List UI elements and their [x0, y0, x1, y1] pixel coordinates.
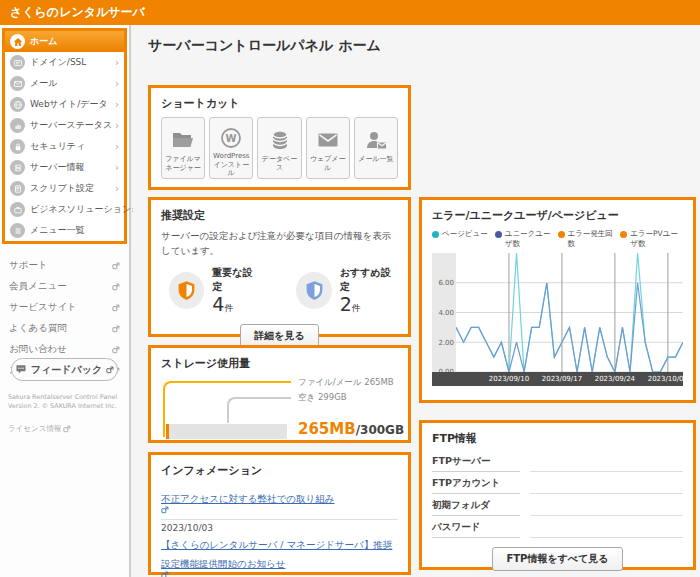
- license-link[interactable]: ライセンス情報: [8, 424, 71, 434]
- sidebar-item-home[interactable]: ホーム: [5, 31, 124, 52]
- chevron-right-icon: ›: [115, 58, 119, 68]
- sidebar-item-domain-ssl[interactable]: ドメイン/SSL ›: [5, 52, 124, 73]
- sidebar: ホーム ドメイン/SSL › メール › Webサイト/: [0, 25, 131, 577]
- recommended-title: 推奨設定: [161, 208, 398, 223]
- sidebar-item-script-settings[interactable]: スクリプト設定 ›: [5, 178, 124, 199]
- information-panel: インフォメーション 不正アクセスに対する弊社での取り組み 2023/10/03 …: [148, 452, 411, 575]
- control-panel-app: さくらのレンタルサーバ ホーム ドメイン/SSL › メ: [0, 0, 700, 577]
- sidebar-menu: ホーム ドメイン/SSL › メール › Webサイト/: [2, 28, 127, 244]
- link-service-site[interactable]: サービスサイト: [0, 297, 129, 318]
- news-link[interactable]: 不正アクセスに対する弊社での取り組み: [161, 493, 398, 514]
- envelope-icon: [315, 125, 341, 155]
- shortcut-buttons: ファイルマネージャー W WordPressインストール データベース ウェブメ…: [161, 117, 398, 179]
- legend-error-count: エラー発生回数: [558, 229, 621, 249]
- chevron-right-icon: ›: [115, 79, 119, 89]
- app-header: さくらのレンタルサーバ: [0, 0, 700, 25]
- y-tick-label: 2.00: [438, 339, 454, 347]
- y-tick-label: 4.00: [438, 309, 454, 317]
- sidebar-item-server-info[interactable]: サーバー情報 ›: [5, 157, 124, 178]
- external-link-icon: [112, 304, 120, 312]
- sidebar-item-business-solution[interactable]: ビジネスソリューション ›: [5, 199, 124, 220]
- menu-list-icon: [10, 223, 25, 238]
- list-item: 不正アクセスに対する弊社での取り組み: [161, 484, 398, 520]
- ftp-account-value: [530, 480, 683, 494]
- used-amount: 265MB: [298, 420, 356, 438]
- shortcut-wordpress-install[interactable]: W WordPressインストール: [209, 117, 253, 179]
- storage-usage-panel: ストレージ使用量 ファイル/メール 265MB 空き 299GB 265MB/3…: [148, 345, 411, 443]
- x-tick-label: 2023/09/24: [591, 375, 639, 383]
- shortcut-webmail[interactable]: ウェブメール: [306, 117, 350, 179]
- globe-icon: [10, 97, 25, 112]
- important-count: 4: [212, 293, 224, 315]
- database-icon: [267, 125, 293, 155]
- sidebar-item-mail[interactable]: メール ›: [5, 73, 124, 94]
- sidebar-item-menu-list[interactable]: メニュー一覧: [5, 220, 124, 241]
- table-row: パスワード: [432, 518, 683, 538]
- chart-bars-icon: [10, 118, 25, 133]
- shortcut-mail-list[interactable]: メール一覧: [354, 117, 398, 179]
- ftp-server-value: [530, 458, 683, 472]
- lock-icon: [10, 139, 25, 154]
- feedback-button[interactable]: フィードバック: [11, 358, 118, 381]
- legend-unique-users: ユニークユーザ数: [495, 229, 558, 249]
- x-axis-labels: 2023/09/102023/09/172023/09/242023/10/01: [432, 372, 683, 386]
- external-link-icon: [106, 366, 114, 374]
- legend-pageviews: ページビュー: [432, 229, 495, 249]
- x-tick-label: 2023/09/10: [485, 375, 533, 383]
- suggest-count: 2: [340, 293, 352, 315]
- storage-usage-value: 265MB/300GB: [298, 419, 404, 438]
- view-all-ftp-button[interactable]: FTP情報をすべて見る: [492, 547, 622, 571]
- chart-title: エラー/ユニークユーザ/ページビュー: [432, 208, 683, 223]
- information-title: インフォメーション: [161, 463, 398, 478]
- wordpress-icon: W: [218, 125, 244, 152]
- important-settings-stat: 重要な設定 4件: [169, 266, 260, 315]
- mail-icon: [10, 76, 25, 91]
- link-support[interactable]: サポート: [0, 255, 129, 276]
- shortcut-database[interactable]: データベース: [257, 117, 301, 179]
- ftp-password-value: [530, 524, 683, 538]
- list-item: 2023/10/03 【さくらのレンタルサーバ / マネージドサーバ】推奨設定機…: [161, 520, 398, 577]
- folder-icon: [170, 125, 196, 155]
- line-chart: 0.002.004.006.00 2023/09/102023/09/17202…: [432, 253, 683, 386]
- chevron-right-icon: ›: [115, 142, 119, 152]
- shortcuts-panel: ショートカット ファイルマネージャー W WordPressインストール データ…: [148, 85, 411, 190]
- chevron-right-icon: ›: [115, 163, 119, 173]
- main-content: サーバーコントロールパネル ホーム ショートカット ファイルマネージャー W W…: [133, 25, 700, 577]
- news-date: 2023/10/03: [161, 523, 398, 533]
- total-amount: /300GB: [356, 423, 404, 437]
- x-tick-label: 2023/09/17: [538, 375, 586, 383]
- chart-legend: ページビュー ユニークユーザ数 エラー発生回数 エラーPVユーザ数: [432, 229, 683, 249]
- free-space-label: 空き 299GB: [298, 392, 347, 404]
- suggested-settings-stat: おすすめ設定 2件: [296, 266, 398, 315]
- home-icon: [10, 34, 25, 49]
- chevron-right-icon: ›: [115, 184, 119, 194]
- link-member-menu[interactable]: 会員メニュー: [0, 276, 129, 297]
- storage-title: ストレージ使用量: [161, 356, 398, 371]
- external-link-icon: [112, 283, 120, 291]
- sidebar-item-server-status[interactable]: サーバーステータス ›: [5, 115, 124, 136]
- recommended-stats: 重要な設定 4件 おすすめ設定 2件: [161, 266, 398, 315]
- link-faq[interactable]: よくある質問: [0, 318, 129, 339]
- storage-diagram: ファイル/メール 265MB 空き 299GB 265MB/300GB: [161, 377, 398, 443]
- link-contact[interactable]: お問い合わせ: [0, 339, 129, 360]
- recommended-description: サーバーの設定および注意が必要な項目の情報を表示しています。: [161, 229, 398, 258]
- chart-plot: [456, 253, 683, 372]
- external-link-icon: [161, 571, 398, 577]
- ftp-title: FTP情報: [432, 431, 683, 446]
- sidebar-item-security[interactable]: セキュリティ ›: [5, 136, 124, 157]
- shortcut-file-manager[interactable]: ファイルマネージャー: [161, 117, 205, 179]
- legend-dot-icon: [620, 231, 627, 238]
- news-link[interactable]: 【さくらのレンタルサーバ / マネージドサーバ】推奨設定機能提供開始のお知らせ: [161, 539, 398, 577]
- script-document-icon: [10, 181, 25, 196]
- traffic-chart-panel: エラー/ユニークユーザ/ページビュー ページビュー ユニークユーザ数 エラー発生…: [419, 197, 696, 403]
- ftp-initial-folder-value: [530, 502, 683, 516]
- external-link-icon: [161, 506, 398, 514]
- file-mail-usage-label: ファイル/メール 265MB: [298, 377, 394, 389]
- legend-dot-icon: [432, 231, 439, 238]
- copyright-text: Sakura Rentalserver Control Panel Versio…: [8, 393, 126, 411]
- free-bracket-line: [227, 397, 291, 423]
- domain-ssl-icon: [10, 55, 25, 70]
- speech-bubble-icon: [15, 363, 27, 377]
- sidebar-item-website-data[interactable]: Webサイト/データ ›: [5, 94, 124, 115]
- external-link-icon: [112, 262, 120, 270]
